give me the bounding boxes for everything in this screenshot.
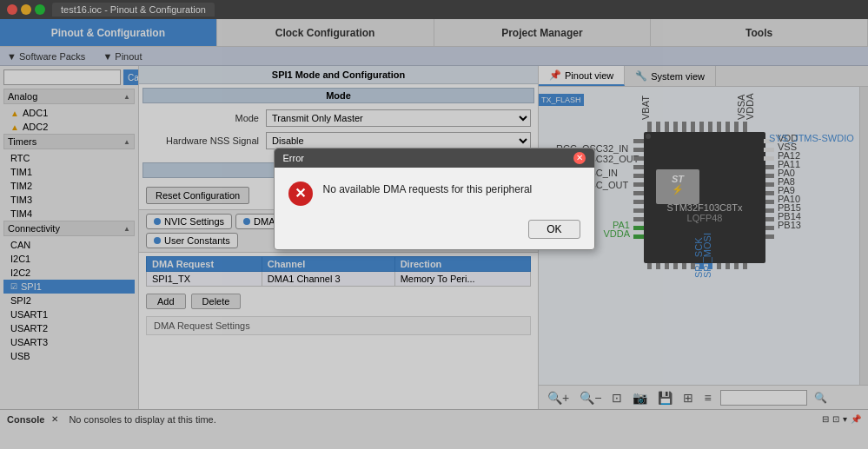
- dialog-message: No available DMA requests for this perip…: [323, 182, 533, 197]
- dialog-close-button[interactable]: ✕: [573, 152, 586, 164]
- error-dialog: Error ✕ ✕ No available DMA requests for …: [274, 148, 595, 250]
- dialog-overlay: Error ✕ ✕ No available DMA requests for …: [0, 0, 868, 449]
- dialog-titlebar: Error ✕: [275, 149, 594, 168]
- dialog-error-icon: ✕: [288, 182, 313, 206]
- dialog-ok-button[interactable]: OK: [528, 220, 580, 239]
- dialog-body: ✕ No available DMA requests for this per…: [275, 168, 594, 216]
- dialog-title: Error: [283, 153, 304, 163]
- dialog-footer: OK: [275, 216, 594, 249]
